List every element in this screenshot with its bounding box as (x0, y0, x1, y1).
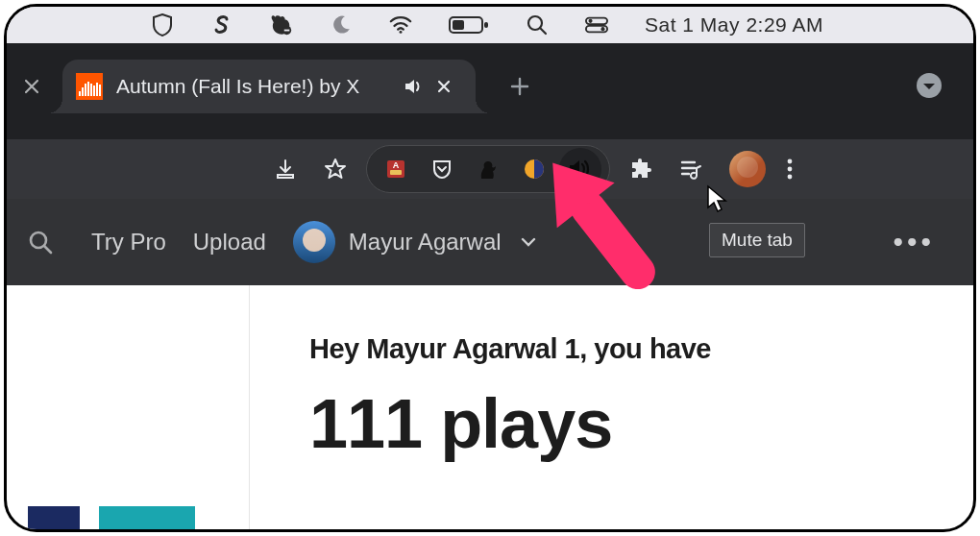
chrome-menu-icon[interactable] (787, 158, 793, 180)
search-icon[interactable] (16, 218, 64, 266)
page-content: Hey Mayur Agarwal 1, you have 111 plays (7, 285, 973, 532)
svg-rect-14 (390, 170, 402, 175)
yellow-blue-circle-icon[interactable] (513, 148, 555, 190)
svg-rect-1 (284, 30, 290, 32)
thumbnail[interactable] (99, 506, 195, 532)
letter-s-icon[interactable] (210, 13, 233, 37)
media-control-icon[interactable] (672, 150, 710, 188)
close-icon[interactable] (24, 79, 62, 94)
svg-rect-5 (484, 22, 488, 28)
chrome-profile-avatar[interactable] (729, 151, 766, 187)
try-pro-link[interactable]: Try Pro (91, 229, 166, 256)
chevron-down-icon (521, 237, 536, 247)
upload-link[interactable]: Upload (193, 229, 266, 256)
browser-tab[interactable]: Autumn (Fall Is Here!) by X (62, 60, 476, 113)
user-avatar (293, 221, 335, 263)
chrome-toolbar: A (7, 139, 973, 199)
soundcloud-header: Try Pro Upload Mayur Agarwal ••• (7, 199, 973, 285)
user-name: Mayur Agarwal (349, 229, 502, 256)
bookmark-star-icon[interactable] (316, 150, 355, 188)
extensions-puzzle-icon[interactable] (622, 150, 660, 188)
wifi-icon[interactable] (389, 13, 412, 37)
tab-close-icon[interactable] (437, 80, 460, 93)
mac-menubar: Sat 1 May 2:29 AM (7, 7, 973, 43)
svg-point-9 (589, 19, 593, 23)
pocket-icon[interactable] (421, 148, 463, 190)
more-menu-icon[interactable]: ••• (893, 226, 935, 258)
mute-tab-tooltip: Mute tab (709, 223, 805, 257)
spotlight-search-icon[interactable] (526, 13, 549, 37)
extension-red-icon[interactable]: A (375, 148, 417, 190)
shield-icon[interactable] (151, 13, 174, 37)
downloads-icon[interactable] (266, 150, 305, 188)
audio-playing-icon[interactable] (404, 78, 424, 95)
svg-text:A: A (393, 160, 400, 170)
svg-point-21 (788, 167, 793, 172)
menubar-datetime[interactable]: Sat 1 May 2:29 AM (645, 13, 823, 37)
moon-icon[interactable] (330, 13, 353, 37)
svg-rect-4 (453, 20, 464, 30)
chrome-tab-area: Autumn (Fall Is Here!) by X (7, 43, 973, 139)
plays-count: 111 plays (309, 384, 954, 463)
user-menu[interactable]: Mayur Agarwal (293, 221, 536, 263)
control-center-icon[interactable] (585, 13, 608, 37)
svg-point-20 (788, 159, 793, 164)
svg-line-7 (540, 28, 546, 34)
content-left-column (7, 285, 250, 532)
silhouette-icon[interactable] (467, 148, 509, 190)
thumbnail[interactable] (28, 506, 80, 532)
svg-point-2 (400, 31, 403, 34)
svg-line-24 (44, 246, 51, 253)
chevron-down-circle-icon[interactable] (916, 72, 943, 99)
malware-icon[interactable] (270, 13, 293, 37)
extensions-pill: A (366, 145, 610, 193)
new-tab-button[interactable] (510, 77, 529, 96)
greeting-text: Hey Mayur Agarwal 1, you have (309, 333, 954, 365)
soundcloud-favicon-icon (76, 73, 103, 100)
svg-point-11 (600, 27, 604, 31)
svg-point-22 (788, 175, 793, 180)
battery-icon[interactable] (449, 13, 489, 37)
speaker-icon[interactable] (559, 148, 601, 190)
tab-title: Autumn (Fall Is Here!) by X (116, 75, 391, 98)
